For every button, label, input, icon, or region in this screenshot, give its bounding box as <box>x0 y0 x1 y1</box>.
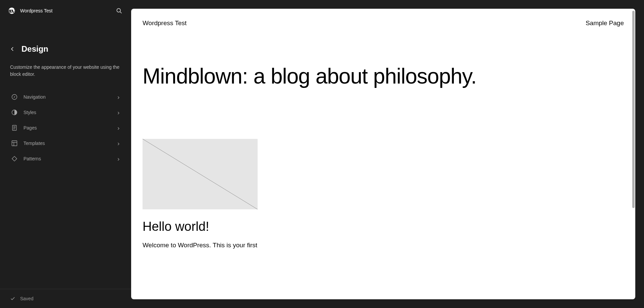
menu-item-navigation[interactable]: Navigation <box>6 89 125 105</box>
wordpress-logo-icon[interactable] <box>8 7 15 14</box>
sidebar: Wordpress Test Design Customize the appe… <box>0 0 131 308</box>
site-name[interactable]: Wordpress Test <box>20 8 110 13</box>
compass-icon <box>11 93 18 101</box>
preview-site-title[interactable]: Wordpress Test <box>143 19 186 27</box>
layout-icon <box>11 140 18 147</box>
menu-item-label: Patterns <box>23 156 111 161</box>
menu-item-pages[interactable]: Pages <box>6 120 125 136</box>
save-status: Saved <box>20 296 34 301</box>
preview-hero-heading: Mindblown: a blog about philosophy. <box>143 64 624 89</box>
svg-point-2 <box>117 8 120 12</box>
section-description: Customize the appearance of your website… <box>0 57 131 78</box>
svg-rect-14 <box>12 156 17 161</box>
half-circle-icon <box>11 109 18 116</box>
svg-line-15 <box>143 139 258 209</box>
menu-item-label: Templates <box>23 141 111 146</box>
back-button[interactable] <box>9 46 15 52</box>
section-title: Design <box>21 44 48 54</box>
section-header: Design <box>0 41 131 57</box>
preview-wrapper: Wordpress Test Sample Page Mindblown: a … <box>131 0 644 308</box>
chevron-right-icon <box>116 157 120 161</box>
checkmark-icon <box>10 296 15 301</box>
svg-marker-5 <box>14 96 15 98</box>
chevron-right-icon <box>116 110 120 114</box>
preview-frame[interactable]: Wordpress Test Sample Page Mindblown: a … <box>131 9 635 299</box>
svg-rect-11 <box>12 141 17 146</box>
sidebar-footer: Saved <box>0 289 131 308</box>
diamond-icon <box>11 155 18 162</box>
search-button[interactable] <box>115 7 123 15</box>
menu-item-label: Pages <box>23 125 111 131</box>
preview-post-excerpt: Welcome to WordPress. This is your first <box>143 241 258 250</box>
preview-post: Hello world! Welcome to WordPress. This … <box>143 139 258 250</box>
menu-item-patterns[interactable]: Patterns <box>6 151 125 166</box>
menu-item-label: Styles <box>23 110 111 115</box>
chevron-right-icon <box>116 95 120 99</box>
menu-item-label: Navigation <box>23 94 111 100</box>
preview-header: Wordpress Test Sample Page <box>143 19 624 27</box>
preview-nav-link[interactable]: Sample Page <box>586 19 624 27</box>
menu-item-styles[interactable]: Styles <box>6 105 125 120</box>
preview-post-title[interactable]: Hello world! <box>143 219 258 234</box>
page-icon <box>11 124 18 132</box>
menu-item-templates[interactable]: Templates <box>6 136 125 151</box>
preview-scrollbar[interactable] <box>632 11 635 208</box>
chevron-right-icon <box>116 126 120 130</box>
sidebar-header: Wordpress Test <box>0 0 131 21</box>
svg-line-3 <box>120 12 121 13</box>
sidebar-menu: Navigation Styles <box>0 89 131 166</box>
preview-post-image-placeholder <box>143 139 258 209</box>
chevron-right-icon <box>116 141 120 145</box>
